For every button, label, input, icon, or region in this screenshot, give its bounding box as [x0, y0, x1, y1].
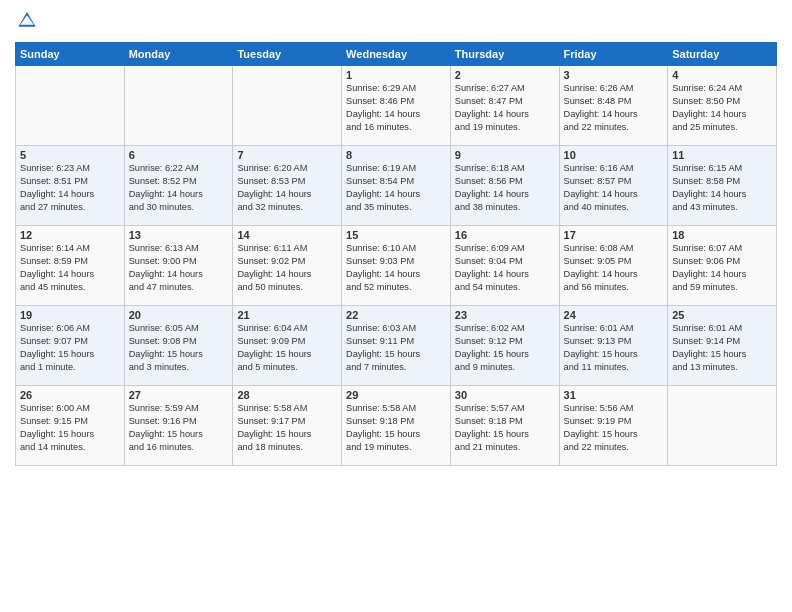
header: [15, 10, 777, 34]
day-info: Sunrise: 5:58 AMSunset: 9:18 PMDaylight:…: [346, 402, 446, 454]
day-info: Sunrise: 6:07 AMSunset: 9:06 PMDaylight:…: [672, 242, 772, 294]
day-number: 18: [672, 229, 772, 241]
week-row-3: 19Sunrise: 6:06 AMSunset: 9:07 PMDayligh…: [16, 306, 777, 386]
day-number: 28: [237, 389, 337, 401]
day-info: Sunrise: 6:05 AMSunset: 9:08 PMDaylight:…: [129, 322, 229, 374]
calendar-cell: 27Sunrise: 5:59 AMSunset: 9:16 PMDayligh…: [124, 386, 233, 466]
calendar-cell: 2Sunrise: 6:27 AMSunset: 8:47 PMDaylight…: [450, 66, 559, 146]
day-info: Sunrise: 5:58 AMSunset: 9:17 PMDaylight:…: [237, 402, 337, 454]
calendar-cell: [16, 66, 125, 146]
calendar-cell: 24Sunrise: 6:01 AMSunset: 9:13 PMDayligh…: [559, 306, 668, 386]
day-header-thursday: Thursday: [450, 43, 559, 66]
day-number: 20: [129, 309, 229, 321]
day-number: 26: [20, 389, 120, 401]
calendar-cell: 14Sunrise: 6:11 AMSunset: 9:02 PMDayligh…: [233, 226, 342, 306]
day-info: Sunrise: 6:08 AMSunset: 9:05 PMDaylight:…: [564, 242, 664, 294]
day-info: Sunrise: 6:20 AMSunset: 8:53 PMDaylight:…: [237, 162, 337, 214]
day-number: 17: [564, 229, 664, 241]
day-number: 27: [129, 389, 229, 401]
day-info: Sunrise: 6:27 AMSunset: 8:47 PMDaylight:…: [455, 82, 555, 134]
day-number: 25: [672, 309, 772, 321]
day-number: 11: [672, 149, 772, 161]
day-info: Sunrise: 6:13 AMSunset: 9:00 PMDaylight:…: [129, 242, 229, 294]
day-info: Sunrise: 6:24 AMSunset: 8:50 PMDaylight:…: [672, 82, 772, 134]
day-number: 14: [237, 229, 337, 241]
day-info: Sunrise: 6:22 AMSunset: 8:52 PMDaylight:…: [129, 162, 229, 214]
calendar-cell: [233, 66, 342, 146]
calendar-cell: 1Sunrise: 6:29 AMSunset: 8:46 PMDaylight…: [342, 66, 451, 146]
day-info: Sunrise: 6:11 AMSunset: 9:02 PMDaylight:…: [237, 242, 337, 294]
day-info: Sunrise: 6:29 AMSunset: 8:46 PMDaylight:…: [346, 82, 446, 134]
day-info: Sunrise: 6:10 AMSunset: 9:03 PMDaylight:…: [346, 242, 446, 294]
day-info: Sunrise: 5:59 AMSunset: 9:16 PMDaylight:…: [129, 402, 229, 454]
calendar-cell: 21Sunrise: 6:04 AMSunset: 9:09 PMDayligh…: [233, 306, 342, 386]
day-header-tuesday: Tuesday: [233, 43, 342, 66]
calendar-cell: 28Sunrise: 5:58 AMSunset: 9:17 PMDayligh…: [233, 386, 342, 466]
day-number: 24: [564, 309, 664, 321]
day-info: Sunrise: 6:14 AMSunset: 8:59 PMDaylight:…: [20, 242, 120, 294]
day-number: 29: [346, 389, 446, 401]
day-info: Sunrise: 6:15 AMSunset: 8:58 PMDaylight:…: [672, 162, 772, 214]
day-number: 4: [672, 69, 772, 81]
day-info: Sunrise: 6:00 AMSunset: 9:15 PMDaylight:…: [20, 402, 120, 454]
calendar-cell: [124, 66, 233, 146]
day-info: Sunrise: 6:09 AMSunset: 9:04 PMDaylight:…: [455, 242, 555, 294]
day-number: 6: [129, 149, 229, 161]
calendar-cell: 25Sunrise: 6:01 AMSunset: 9:14 PMDayligh…: [668, 306, 777, 386]
day-header-saturday: Saturday: [668, 43, 777, 66]
calendar-cell: 26Sunrise: 6:00 AMSunset: 9:15 PMDayligh…: [16, 386, 125, 466]
day-info: Sunrise: 5:56 AMSunset: 9:19 PMDaylight:…: [564, 402, 664, 454]
day-number: 22: [346, 309, 446, 321]
day-number: 21: [237, 309, 337, 321]
day-number: 7: [237, 149, 337, 161]
day-number: 10: [564, 149, 664, 161]
day-number: 9: [455, 149, 555, 161]
day-header-monday: Monday: [124, 43, 233, 66]
calendar-cell: 11Sunrise: 6:15 AMSunset: 8:58 PMDayligh…: [668, 146, 777, 226]
calendar-cell: 15Sunrise: 6:10 AMSunset: 9:03 PMDayligh…: [342, 226, 451, 306]
calendar-cell: 18Sunrise: 6:07 AMSunset: 9:06 PMDayligh…: [668, 226, 777, 306]
calendar-cell: 31Sunrise: 5:56 AMSunset: 9:19 PMDayligh…: [559, 386, 668, 466]
calendar-cell: 19Sunrise: 6:06 AMSunset: 9:07 PMDayligh…: [16, 306, 125, 386]
day-number: 2: [455, 69, 555, 81]
calendar-cell: 9Sunrise: 6:18 AMSunset: 8:56 PMDaylight…: [450, 146, 559, 226]
day-header-friday: Friday: [559, 43, 668, 66]
day-info: Sunrise: 6:23 AMSunset: 8:51 PMDaylight:…: [20, 162, 120, 214]
day-info: Sunrise: 6:19 AMSunset: 8:54 PMDaylight:…: [346, 162, 446, 214]
week-row-2: 12Sunrise: 6:14 AMSunset: 8:59 PMDayligh…: [16, 226, 777, 306]
day-number: 15: [346, 229, 446, 241]
calendar-cell: 8Sunrise: 6:19 AMSunset: 8:54 PMDaylight…: [342, 146, 451, 226]
day-number: 12: [20, 229, 120, 241]
calendar-cell: 23Sunrise: 6:02 AMSunset: 9:12 PMDayligh…: [450, 306, 559, 386]
day-info: Sunrise: 5:57 AMSunset: 9:18 PMDaylight:…: [455, 402, 555, 454]
logo-icon: [17, 10, 37, 30]
day-info: Sunrise: 6:16 AMSunset: 8:57 PMDaylight:…: [564, 162, 664, 214]
day-info: Sunrise: 6:18 AMSunset: 8:56 PMDaylight:…: [455, 162, 555, 214]
day-number: 13: [129, 229, 229, 241]
day-number: 19: [20, 309, 120, 321]
day-number: 31: [564, 389, 664, 401]
calendar-table: SundayMondayTuesdayWednesdayThursdayFrid…: [15, 42, 777, 466]
week-row-1: 5Sunrise: 6:23 AMSunset: 8:51 PMDaylight…: [16, 146, 777, 226]
day-number: 5: [20, 149, 120, 161]
calendar-cell: 29Sunrise: 5:58 AMSunset: 9:18 PMDayligh…: [342, 386, 451, 466]
calendar-cell: 20Sunrise: 6:05 AMSunset: 9:08 PMDayligh…: [124, 306, 233, 386]
calendar-cell: 3Sunrise: 6:26 AMSunset: 8:48 PMDaylight…: [559, 66, 668, 146]
calendar-cell: 16Sunrise: 6:09 AMSunset: 9:04 PMDayligh…: [450, 226, 559, 306]
calendar-cell: 10Sunrise: 6:16 AMSunset: 8:57 PMDayligh…: [559, 146, 668, 226]
calendar-cell: 5Sunrise: 6:23 AMSunset: 8:51 PMDaylight…: [16, 146, 125, 226]
day-number: 16: [455, 229, 555, 241]
calendar-cell: 17Sunrise: 6:08 AMSunset: 9:05 PMDayligh…: [559, 226, 668, 306]
day-header-wednesday: Wednesday: [342, 43, 451, 66]
day-info: Sunrise: 6:02 AMSunset: 9:12 PMDaylight:…: [455, 322, 555, 374]
day-number: 30: [455, 389, 555, 401]
page: SundayMondayTuesdayWednesdayThursdayFrid…: [0, 0, 792, 612]
week-row-0: 1Sunrise: 6:29 AMSunset: 8:46 PMDaylight…: [16, 66, 777, 146]
calendar-cell: 4Sunrise: 6:24 AMSunset: 8:50 PMDaylight…: [668, 66, 777, 146]
week-row-4: 26Sunrise: 6:00 AMSunset: 9:15 PMDayligh…: [16, 386, 777, 466]
day-header-sunday: Sunday: [16, 43, 125, 66]
day-info: Sunrise: 6:04 AMSunset: 9:09 PMDaylight:…: [237, 322, 337, 374]
calendar-cell: 7Sunrise: 6:20 AMSunset: 8:53 PMDaylight…: [233, 146, 342, 226]
calendar-cell: [668, 386, 777, 466]
header-row: SundayMondayTuesdayWednesdayThursdayFrid…: [16, 43, 777, 66]
